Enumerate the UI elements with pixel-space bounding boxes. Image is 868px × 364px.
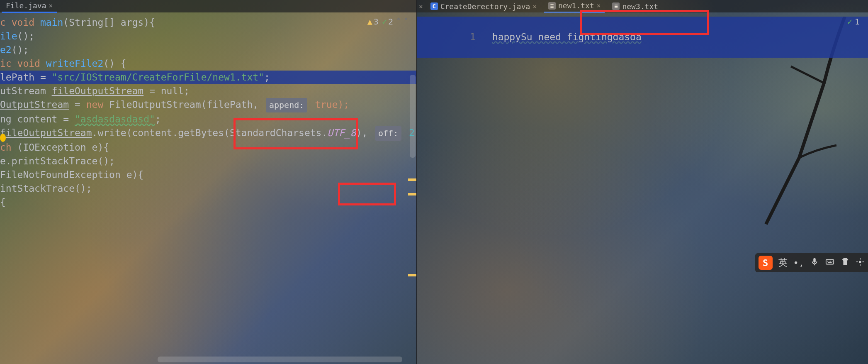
tab-file-java[interactable]: File.java × [2,0,57,13]
horizontal-scrollbar[interactable] [158,357,402,362]
svg-rect-0 [826,259,834,264]
microphone-icon[interactable] [810,257,819,269]
param-hint-append: append: [266,98,307,112]
close-icon[interactable]: × [49,2,53,10]
check-icon: ✓ [382,17,387,27]
text-editor[interactable]: 1happySu need fightingdasda [417,12,868,62]
left-editor-pane: File.java × ▲ 3 ✓ 2 ˄ ˅ c void main(Stri… [0,0,416,364]
param-hint-off: off: [375,126,401,141]
right-editor-pane: × C CreateDerectory.java × ≡ new1.txt × … [416,0,868,364]
textfile-icon: ≡ [612,2,620,10]
close-icon[interactable]: × [597,2,601,10]
right-tab-bar: × C CreateDerectory.java × ≡ new1.txt × … [417,0,868,12]
toolbox-icon[interactable] [856,257,865,269]
chevron-down-icon[interactable]: ˅ [404,17,408,27]
svg-point-6 [859,261,861,263]
chevron-up-icon[interactable]: ˄ [396,17,401,27]
svg-rect-5 [828,262,832,263]
ime-lang-indicator[interactable]: 英 [778,257,788,269]
close-icon[interactable]: × [419,2,423,10]
line-number: 1 [463,30,492,44]
string-literal: "src/IOStream/CreateForFile/new1.txt" [52,72,264,83]
svg-rect-3 [830,261,831,261]
warning-indicator[interactable]: ▲ 3 [367,17,379,27]
skin-icon[interactable] [841,257,850,269]
check-count: 2 [388,17,393,27]
svg-rect-1 [827,261,828,261]
tab-label: new1.txt [558,1,594,10]
inspection-status-right: ✓ 1 [847,17,860,27]
keyboard-icon[interactable] [825,257,835,269]
tab-new3-txt[interactable]: ≡ new3.txt [608,0,662,12]
code-text: lePath = [0,72,52,83]
inspection-status: ▲ 3 ✓ 2 ˄ ˅ [367,17,408,27]
gutter-marker[interactable] [408,178,416,181]
gutter-marker[interactable] [408,274,416,276]
tab-label: File.java [6,1,46,10]
tab-createderectory[interactable]: C CreateDerectory.java × [426,0,541,12]
textfile-icon: ≡ [548,2,556,10]
vertical-scrollbar[interactable] [410,75,416,158]
ime-punct-icon[interactable]: •, [793,258,805,268]
tab-new1-txt[interactable]: ≡ new1.txt × [544,0,605,13]
file-content: happySu need fightingdasda [492,32,642,42]
svg-rect-2 [829,261,829,261]
tab-label: new3.txt [622,2,658,11]
left-tab-bar: File.java × [0,0,416,12]
close-icon[interactable]: × [532,2,537,10]
warning-count: 3 [374,17,379,27]
check-icon: ✓ [847,17,852,27]
check-count: 1 [855,17,860,27]
code-editor[interactable]: c void main(String[] args){ ile(); e2();… [0,12,416,213]
svg-rect-4 [832,261,833,261]
gutter-marker[interactable] [408,193,416,195]
check-indicator[interactable]: ✓ 2 [382,17,393,27]
lightbulb-icon[interactable] [0,134,6,142]
warning-icon: ▲ [367,17,372,27]
tab-label: CreateDerectory.java [440,2,530,11]
ime-toolbar[interactable]: S 英 •, [755,253,868,272]
sogou-logo-icon[interactable]: S [759,256,773,270]
class-icon: C [430,2,438,10]
